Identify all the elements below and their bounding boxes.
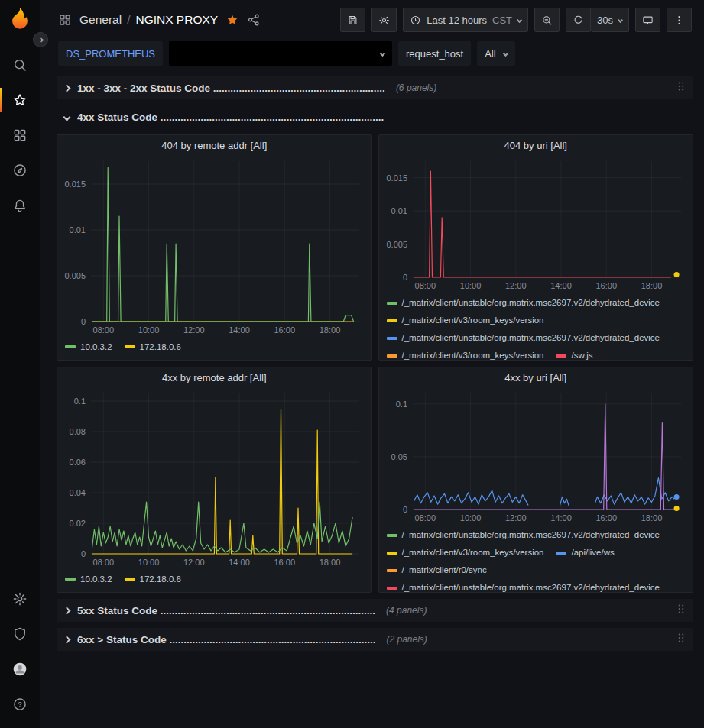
dashboard-title[interactable]: NGINX PROXY [135, 13, 218, 27]
cycle-view-mode-button[interactable] [635, 8, 660, 32]
legend-item[interactable]: /_matrix/client/v3/room_keys/version [387, 312, 544, 329]
time-range-picker[interactable]: Last 12 hours CST [403, 8, 528, 32]
series-color-swatch [387, 354, 397, 358]
chart-svg[interactable]: 08:0010:0012:0014:0016:0018:0000.020.040… [57, 387, 371, 569]
panel-title[interactable]: 404 by remote addr [All] [57, 135, 371, 155]
chart-area[interactable]: 08:0010:0012:0014:0016:0018:0000.0050.01… [57, 155, 371, 337]
svg-text:12:00: 12:00 [505, 513, 527, 523]
compass-icon [12, 163, 28, 178]
series-color-swatch [387, 552, 397, 555]
legend-item[interactable]: /_matrix/client/v3/room_keys/version [387, 347, 544, 360]
chevron-down-icon [618, 17, 623, 22]
legend-item[interactable]: /_matrix/client/unstable/org.matrix.msc2… [387, 579, 660, 592]
chart-area[interactable]: 08:0010:0012:0014:0016:0018:0000.050.1 [379, 387, 693, 525]
shield-icon [12, 626, 28, 642]
sidebar-item-explore[interactable] [0, 153, 40, 188]
sidebar-item-dashboards[interactable] [0, 118, 40, 153]
svg-text:16:00: 16:00 [595, 513, 617, 523]
zoom-out-button[interactable] [534, 8, 560, 32]
sidebar-item-help[interactable]: ? [0, 687, 40, 722]
sidebar-item-profile[interactable] [0, 652, 40, 687]
series-color-swatch [65, 345, 76, 348]
legend-item[interactable]: 172.18.0.6 [125, 342, 181, 351]
time-range-label: Last 12 hours [427, 15, 487, 26]
legend-item[interactable]: /_matrix/client/unstable/org.matrix.msc2… [387, 526, 660, 544]
legend-item[interactable]: /_matrix/client/unstable/org.matrix.msc2… [387, 329, 660, 347]
legend-item[interactable]: /_matrix/client/v3/room_keys/version [387, 544, 544, 561]
grafana-logo-icon[interactable] [7, 6, 33, 32]
chevron-down-icon [517, 17, 522, 22]
chevron-right-icon [37, 37, 43, 42]
sidebar-item-configuration[interactable] [0, 581, 40, 616]
more-options-button[interactable] [667, 8, 692, 32]
drag-handle-icon[interactable] [676, 602, 686, 619]
legend-label: 172.18.0.6 [140, 574, 181, 584]
search-icon [12, 57, 28, 73]
share-icon[interactable] [247, 13, 261, 27]
favorite-star-icon[interactable] [225, 13, 239, 27]
svg-text:0.01: 0.01 [70, 225, 86, 235]
refresh-interval-select[interactable]: 30s [591, 8, 629, 32]
chevron-down-icon [380, 50, 385, 56]
row-6xx[interactable]: 6xx > Status Code ......................… [57, 628, 693, 651]
datasource-select[interactable] [169, 41, 392, 66]
legend-item[interactable]: /_matrix/client/r0/sync [387, 561, 487, 579]
sidebar-item-starred[interactable] [0, 83, 40, 118]
refresh-group: 30s [566, 8, 629, 32]
legend-item[interactable]: 172.18.0.6 [125, 574, 181, 584]
drag-handle-icon[interactable] [676, 79, 686, 96]
main-area: General / NGINX PROXY Last 12 hours CST [40, 0, 704, 651]
legend-item[interactable]: /_matrix/client/unstable/org.matrix.msc2… [387, 294, 660, 312]
svg-text:08:00: 08:00 [414, 281, 436, 290]
series-color-swatch [387, 337, 397, 340]
timezone-label: CST [492, 15, 512, 26]
chart-area[interactable]: 08:0010:0012:0014:0016:0018:0000.0050.01… [379, 155, 693, 293]
legend-label: /_matrix/client/r0/sync [402, 561, 487, 579]
sidebar-item-alerting[interactable] [0, 188, 40, 223]
chevron-right-icon [63, 636, 71, 643]
breadcrumb: General / NGINX PROXY [79, 13, 218, 27]
drag-handle-icon[interactable] [676, 631, 686, 648]
chart-svg[interactable]: 08:0010:0012:0014:0016:0018:0000.0050.01… [379, 155, 693, 293]
svg-text:0.01: 0.01 [391, 206, 407, 215]
legend-item[interactable]: /api/live/ws [556, 544, 614, 561]
row-4xx[interactable]: 4xx Status Code ........................… [57, 105, 693, 128]
top-toolbar: General / NGINX PROXY Last 12 hours CST [40, 0, 704, 40]
svg-text:18:00: 18:00 [641, 281, 662, 290]
svg-text:14:00: 14:00 [229, 558, 250, 567]
chart-area[interactable]: 08:0010:0012:0014:0016:0018:0000.020.040… [57, 387, 371, 569]
svg-text:12:00: 12:00 [183, 558, 205, 567]
svg-text:16:00: 16:00 [274, 325, 295, 335]
breadcrumb-folder[interactable]: General [79, 13, 122, 27]
svg-text:0.02: 0.02 [70, 519, 86, 528]
legend-label: /_matrix/client/v3/room_keys/version [402, 312, 544, 329]
sidebar-item-search[interactable] [0, 47, 40, 83]
svg-text:10:00: 10:00 [459, 513, 481, 523]
panel-title[interactable]: 4xx by remote addr [All] [57, 367, 371, 387]
panel-title[interactable]: 4xx by uri [All] [379, 367, 693, 387]
panel: 404 by uri [All]08:0010:0012:0014:0016:0… [378, 134, 694, 361]
panel-title[interactable]: 404 by uri [All] [379, 135, 693, 155]
svg-text:0.08: 0.08 [70, 427, 86, 436]
refresh-button[interactable] [566, 8, 591, 32]
series-color-swatch [65, 578, 76, 581]
sidebar-item-server-admin[interactable] [0, 616, 40, 652]
request-host-select[interactable]: All [477, 41, 514, 66]
row-5xx[interactable]: 5xx Status Code ........................… [57, 599, 693, 622]
series-color-swatch [556, 552, 566, 555]
chart-svg[interactable]: 08:0010:0012:0014:0016:0018:0000.0050.01… [57, 155, 371, 337]
dashboard-settings-button[interactable] [371, 8, 397, 32]
chart-svg[interactable]: 08:0010:0012:0014:0016:0018:0000.050.1 [379, 387, 693, 525]
svg-text:0.1: 0.1 [74, 396, 86, 406]
legend-item[interactable]: 10.0.3.2 [65, 574, 112, 584]
svg-text:08:00: 08:00 [93, 325, 115, 335]
variables-bar: DS_PROMETHEUS request_host All [40, 40, 704, 73]
legend-item[interactable]: 10.0.3.2 [65, 342, 112, 351]
svg-text:14:00: 14:00 [229, 325, 250, 335]
legend-item[interactable]: /sw.js [556, 347, 592, 360]
sidebar-expand-button[interactable] [33, 32, 48, 47]
row-1xx-3xx-2xx[interactable]: 1xx - 3xx - 2xx Status Code ............… [57, 76, 693, 99]
save-dashboard-button[interactable] [340, 8, 365, 32]
row-panel-count: (2 panels) [386, 634, 427, 645]
panel: 4xx by uri [All]08:0010:0012:0014:0016:0… [378, 367, 694, 593]
